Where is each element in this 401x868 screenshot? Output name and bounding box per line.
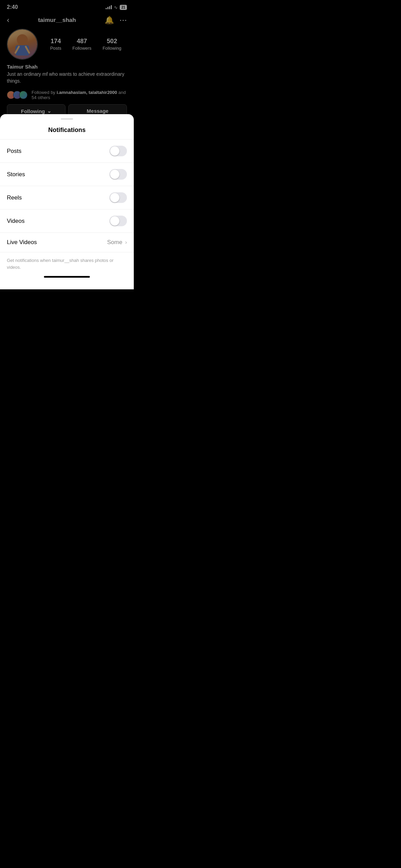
posts-toggle[interactable] (109, 146, 127, 156)
notification-item-live-videos[interactable]: Live Videos Some › (0, 233, 134, 252)
live-videos-value: Some (107, 239, 122, 246)
stories-toggle-knob (110, 170, 119, 179)
home-indicator (44, 276, 90, 278)
sheet-footer: Get notifications when taimur__shah shar… (0, 252, 134, 273)
reels-toggle[interactable] (109, 192, 127, 203)
notification-item-reels: Reels (0, 186, 134, 209)
notification-item-videos: Videos (0, 209, 134, 233)
notification-item-stories: Stories (0, 163, 134, 186)
sheet-title: Notifications (0, 120, 134, 140)
live-videos-right: Some › (107, 239, 127, 246)
sheet-footer-text: Get notifications when taimur__shah shar… (7, 257, 127, 270)
videos-notification-label: Videos (7, 218, 25, 225)
videos-toggle-knob (110, 216, 119, 226)
chevron-right-icon: › (125, 239, 127, 245)
live-videos-label: Live Videos (7, 239, 37, 246)
videos-toggle[interactable] (109, 216, 127, 226)
stories-notification-label: Stories (7, 171, 25, 178)
reels-notification-label: Reels (7, 194, 22, 201)
notification-item-posts: Posts (0, 140, 134, 163)
posts-toggle-knob (110, 146, 119, 156)
stories-toggle[interactable] (109, 169, 127, 180)
posts-notification-label: Posts (7, 148, 22, 155)
reels-toggle-knob (110, 193, 119, 202)
notifications-bottom-sheet: Notifications Posts Stories Reels Videos… (0, 114, 134, 289)
